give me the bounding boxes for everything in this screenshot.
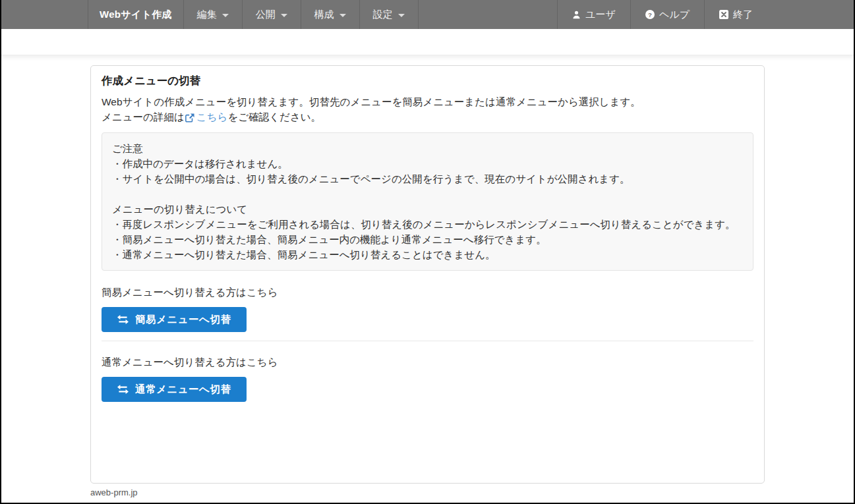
nav-help[interactable]: ? ヘルプ [630, 0, 704, 29]
switch-to-normal-menu-button[interactable]: 通常メニューへ切替 [102, 377, 247, 402]
svg-text:?: ? [648, 11, 652, 18]
chevron-down-icon [222, 14, 229, 17]
external-link-icon [185, 113, 194, 123]
switch-to-simple-menu-label: 簡易メニューへ切替 [135, 313, 231, 327]
nav-menu-structure[interactable]: 構成 [301, 0, 360, 29]
exchange-icon [117, 385, 129, 394]
nav-menu-edit[interactable]: 編集 [184, 0, 243, 29]
user-icon [572, 11, 581, 19]
simple-menu-section-label: 簡易メニューへ切り替える方はこちら [102, 285, 753, 300]
menu-switch-card: 作成メニューの切替 Webサイトの作成メニューを切り替えます。切替先のメニューを… [90, 65, 765, 484]
top-navbar: Webサイト作成 編集 公開 構成 設定 [1, 0, 854, 29]
footer-domain: aweb-prm.jp [90, 488, 765, 497]
switch-to-simple-menu-button[interactable]: 簡易メニューへ切替 [102, 307, 247, 332]
detail-link[interactable]: こちら [196, 109, 228, 125]
nav-menu-publish-label: 公開 [256, 9, 276, 21]
app-title: Webサイト作成 [88, 0, 184, 29]
notice-subtitle: メニューの切り替えについて [112, 202, 743, 217]
notice-item: ・サイトを公開中の場合は、切り替え後のメニューでページの公開を行うまで、現在のサ… [112, 171, 743, 186]
nav-user[interactable]: ユーザ [557, 0, 630, 29]
notice-spacer [112, 186, 743, 202]
browser-viewport: Webサイト作成 編集 公開 構成 設定 [0, 0, 855, 504]
notice-item: ・再度レスポンシブメニューをご利用される場合は、切り替え後のメニューからレスポン… [112, 217, 743, 232]
detail-suffix: をご確認ください。 [227, 109, 321, 125]
nav-menu-edit-label: 編集 [197, 9, 217, 21]
nav-help-label: ヘルプ [659, 9, 690, 21]
description: Webサイトの作成メニューを切り替えます。切替先のメニューを簡易メニューまたは通… [102, 94, 753, 109]
nav-menu-settings-label: 設定 [373, 9, 393, 21]
navbar-right-group: ユーザ ? ヘルプ 終了 [557, 0, 767, 29]
switch-to-normal-menu-label: 通常メニューへ切替 [135, 383, 231, 397]
nav-exit[interactable]: 終了 [704, 0, 767, 29]
notice-box: ご注意 ・作成中のデータは移行されません。 ・サイトを公開中の場合は、切り替え後… [102, 132, 753, 271]
chevron-down-icon [339, 14, 346, 17]
exchange-icon [117, 315, 129, 324]
detail-prefix: メニューの詳細は [102, 109, 185, 125]
nav-user-label: ユーザ [585, 9, 616, 21]
help-icon: ? [645, 10, 655, 19]
nav-menu-publish[interactable]: 公開 [243, 0, 301, 29]
chevron-down-icon [281, 14, 287, 17]
notice-title: ご注意 [112, 141, 743, 156]
chevron-down-icon [398, 14, 405, 17]
main-content: 作成メニューの切替 Webサイトの作成メニューを切り替えます。切替先のメニューを… [1, 55, 854, 497]
nav-menu-structure-label: 構成 [314, 9, 334, 21]
navbar-inner: Webサイト作成 編集 公開 構成 設定 [88, 0, 767, 29]
page-title: 作成メニューの切替 [102, 74, 753, 88]
section-divider [102, 341, 753, 341]
notice-item: ・通常メニューへ切り替えた場合、簡易メニューへ切り替えることはできません。 [112, 247, 743, 262]
detail-line: メニューの詳細は こちら をご確認ください。 [102, 109, 753, 125]
nav-exit-label: 終了 [733, 9, 753, 21]
nav-menu-settings[interactable]: 設定 [360, 0, 419, 29]
notice-item: ・作成中のデータは移行されません。 [112, 156, 743, 171]
notice-item: ・簡易メニューへ切り替えた場合、簡易メニュー内の機能より通常メニューへ移行できま… [112, 232, 743, 247]
subheader-bar [1, 29, 854, 55]
normal-menu-section-label: 通常メニューへ切り替える方はこちら [102, 354, 753, 370]
exit-icon [719, 10, 728, 19]
